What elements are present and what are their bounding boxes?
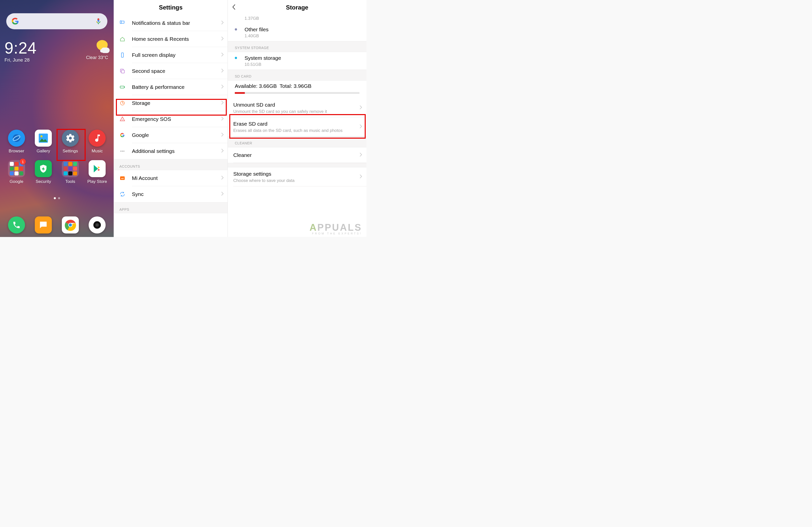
section-cleaner: CLEANER xyxy=(228,136,366,147)
settings-item-home-screen[interactable]: Home screen & Recents xyxy=(114,31,228,47)
chevron-right-icon xyxy=(221,100,224,106)
sd-usage-bar xyxy=(235,92,360,94)
home-icon xyxy=(119,36,132,42)
svg-rect-10 xyxy=(120,21,121,24)
svg-text:mi: mi xyxy=(121,177,124,180)
mic-icon[interactable] xyxy=(95,18,102,25)
section-accounts: ACCOUNTS xyxy=(114,159,228,170)
storage-prev-item[interactable]: 1.37GB xyxy=(228,15,366,24)
chevron-right-icon xyxy=(360,124,362,130)
storage-screen: Storage 1.37GB Other files 1.40GB SYSTEM… xyxy=(228,0,366,237)
dock-messages[interactable] xyxy=(31,217,55,233)
app-label: Settings xyxy=(62,149,78,153)
item-desc: Unmount the SD card so you can safely re… xyxy=(233,109,361,114)
app-label: Play Store xyxy=(87,179,107,184)
item-name: Storage settings xyxy=(233,171,361,177)
settings-item-sync[interactable]: Sync xyxy=(114,186,228,202)
settings-item-mi-account[interactable]: mi Mi Account xyxy=(114,170,228,186)
item-size: 1.40GB xyxy=(245,33,360,39)
chevron-right-icon xyxy=(221,52,224,58)
home-screen: 9:24 Fri, June 28 Clear 33°C Browser Gal… xyxy=(0,0,114,237)
item-label: Full screen display xyxy=(132,52,221,58)
folder-icon xyxy=(62,160,79,177)
browser-icon xyxy=(8,130,25,147)
settings-item-second-space[interactable]: Second space xyxy=(114,63,228,79)
gear-icon xyxy=(62,130,79,147)
search-bar[interactable] xyxy=(6,13,107,29)
app-gallery[interactable]: Gallery xyxy=(31,130,55,153)
app-browser[interactable]: Browser xyxy=(4,130,28,153)
sd-usage-fill xyxy=(235,92,245,94)
item-name: Cleaner xyxy=(233,152,252,159)
settings-item-storage[interactable]: Storage xyxy=(114,95,228,111)
camera-icon xyxy=(89,217,106,233)
item-label: Storage xyxy=(132,100,221,106)
gallery-icon xyxy=(35,130,52,147)
chevron-right-icon xyxy=(221,116,224,122)
dock-chrome[interactable] xyxy=(58,217,82,233)
shield-icon xyxy=(35,160,52,177)
weather-widget[interactable]: Clear 33°C xyxy=(86,40,108,60)
item-desc: Choose where to save your data xyxy=(233,178,361,184)
dock-camera[interactable] xyxy=(85,217,109,233)
item-label: Additional settings xyxy=(132,148,221,154)
storage-item-storage-settings[interactable]: Storage settings Choose where to save yo… xyxy=(228,167,366,187)
settings-item-additional[interactable]: Additional settings xyxy=(114,143,228,159)
settings-item-notifications[interactable]: Notifications & status bar xyxy=(114,15,228,31)
storage-item-other-files[interactable]: Other files 1.40GB xyxy=(228,24,366,41)
chevron-right-icon xyxy=(221,148,224,154)
storage-item-erase[interactable]: Erase SD card Erases all data on the SD … xyxy=(228,117,366,136)
storage-item-system[interactable]: System storage 10.51GB xyxy=(228,52,366,70)
chrome-icon xyxy=(62,217,79,233)
app-label: Security xyxy=(36,179,51,184)
app-music[interactable]: Music xyxy=(85,130,109,153)
app-google-folder[interactable]: 1 Google xyxy=(4,160,28,184)
settings-screen: Settings Notifications & status bar Home… xyxy=(114,0,228,237)
back-button[interactable] xyxy=(232,4,236,11)
settings-item-fullscreen[interactable]: Full screen display xyxy=(114,47,228,63)
item-label: Second space xyxy=(132,68,221,74)
app-settings[interactable]: Settings xyxy=(58,130,82,153)
notifications-icon xyxy=(119,20,132,26)
item-name: Erase SD card xyxy=(233,120,361,127)
svg-point-19 xyxy=(122,151,123,152)
app-label: Tools xyxy=(65,179,75,184)
dock-phone[interactable] xyxy=(4,217,28,233)
app-play-store[interactable]: Play Store xyxy=(85,160,109,184)
item-label: Battery & performance xyxy=(132,84,221,90)
section-apps: APPS xyxy=(114,202,228,213)
weather-text: Clear 33°C xyxy=(86,55,108,60)
dot-icon xyxy=(235,57,237,59)
sync-icon xyxy=(119,191,132,197)
phone-icon xyxy=(8,217,25,233)
app-tools-folder[interactable]: Tools xyxy=(58,160,82,184)
settings-item-battery[interactable]: Battery & performance xyxy=(114,79,228,95)
chevron-right-icon xyxy=(360,152,362,158)
item-size: 10.51GB xyxy=(245,62,360,67)
chevron-right-icon xyxy=(360,105,362,111)
storage-item-unmount[interactable]: Unmount SD card Unmount the SD card so y… xyxy=(228,98,366,117)
settings-item-emergency[interactable]: S Emergency SOS xyxy=(114,111,228,127)
storage-icon xyxy=(119,100,132,106)
svg-point-20 xyxy=(124,151,125,152)
weather-icon xyxy=(96,40,108,52)
app-label: Google xyxy=(10,179,23,184)
item-label: Home screen & Recents xyxy=(132,36,221,42)
storage-item-cleaner[interactable]: Cleaner xyxy=(228,147,366,163)
item-label: Notifications & status bar xyxy=(132,20,221,26)
second-space-icon xyxy=(119,68,132,74)
section-sd-card: SD CARD xyxy=(228,70,366,80)
more-icon xyxy=(119,148,132,154)
section-divider xyxy=(228,163,366,167)
svg-point-18 xyxy=(120,151,121,152)
battery-icon xyxy=(119,84,132,90)
app-security[interactable]: Security xyxy=(31,160,55,184)
svg-rect-14 xyxy=(120,86,124,88)
app-label: Music xyxy=(92,149,103,153)
chevron-right-icon xyxy=(221,175,224,181)
svg-point-6 xyxy=(69,223,72,227)
item-label: Sync xyxy=(132,191,221,197)
settings-item-google[interactable]: Google xyxy=(114,127,228,143)
page-title: Settings xyxy=(114,0,228,15)
play-store-icon xyxy=(89,160,106,177)
